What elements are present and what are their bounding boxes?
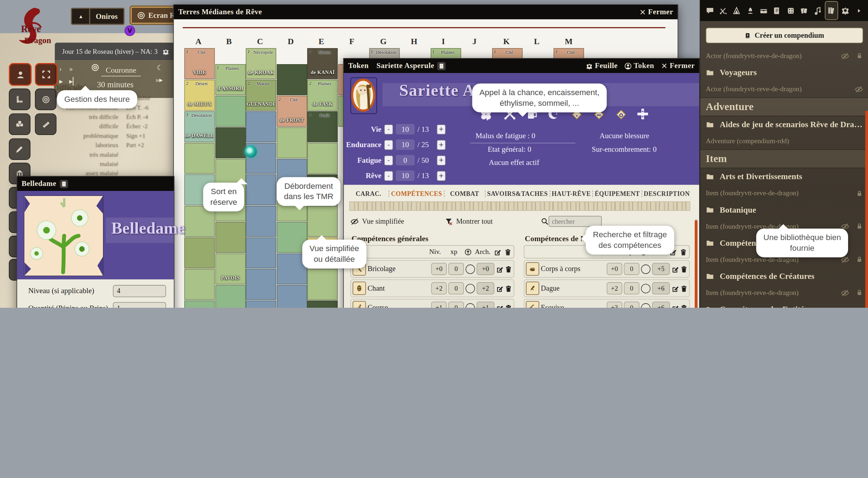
skill-niv[interactable]: +2 bbox=[607, 282, 622, 294]
skill-row-chant[interactable]: Chant+20+2 bbox=[350, 280, 514, 297]
tmr-cell[interactable]: 1Montsde KANAÏ bbox=[308, 48, 338, 79]
actor-window-titlebar[interactable]: Token Sariette Asperule FeuilleTokenFerm… bbox=[344, 59, 699, 73]
tab-savoirs-taches[interactable]: SAVOIRS&TACHES bbox=[485, 190, 550, 197]
folder-voyageurs[interactable]: Voyageurs bbox=[700, 64, 868, 81]
tmr-cell[interactable] bbox=[215, 127, 246, 158]
item-image[interactable] bbox=[24, 195, 104, 276]
tmr-cell[interactable]: 1CitéVIDE bbox=[184, 48, 215, 79]
archive-toggle[interactable] bbox=[641, 303, 650, 308]
tool-dice[interactable] bbox=[9, 113, 31, 135]
tmr-cell[interactable]: 3Désolationde DAWELL bbox=[184, 111, 215, 142]
stat-minus-button[interactable]: - bbox=[384, 124, 393, 134]
tmr-cell[interactable]: PAVOIS bbox=[215, 254, 246, 285]
actor-link-icon[interactable] bbox=[438, 62, 446, 70]
trash-icon[interactable] bbox=[680, 285, 687, 292]
sidebar-tab-items-chest[interactable] bbox=[758, 2, 770, 19]
wound-critical-icon[interactable] bbox=[614, 107, 628, 124]
edit-icon[interactable] bbox=[672, 285, 679, 292]
edit-icon[interactable] bbox=[672, 265, 679, 272]
tmr-cell[interactable] bbox=[308, 143, 338, 174]
sidebar-tab-cards[interactable] bbox=[798, 2, 810, 19]
tmr-cell[interactable] bbox=[277, 285, 307, 308]
tab-combat[interactable]: COMBAT bbox=[444, 190, 486, 197]
sidebar-tab-collapse-caret[interactable] bbox=[853, 2, 865, 19]
tmr-cell[interactable] bbox=[184, 269, 215, 300]
sheet-scrollbar[interactable] bbox=[695, 219, 698, 308]
tool-select-user[interactable] bbox=[9, 63, 32, 86]
sidebar-tab-rolltable-dice[interactable] bbox=[784, 2, 797, 19]
feuille-button[interactable]: Feuille bbox=[585, 61, 618, 70]
tmr-cell[interactable] bbox=[246, 111, 276, 142]
sidebar-tab-scenes[interactable] bbox=[730, 2, 743, 19]
skill-niv[interactable]: +2 bbox=[431, 282, 447, 294]
tool-measure[interactable] bbox=[35, 113, 57, 135]
skill-row-esquive[interactable]: Esquive+30+6 bbox=[524, 299, 690, 308]
stat-minus-button[interactable]: - bbox=[384, 171, 393, 181]
tab-comp-tences[interactable]: COMPÉTENCES bbox=[389, 190, 444, 197]
create-compendium-button[interactable]: Créer un compendium bbox=[706, 28, 863, 43]
token-button[interactable]: Token bbox=[624, 61, 654, 70]
tool-expand[interactable] bbox=[35, 63, 58, 86]
archive-toggle[interactable] bbox=[466, 284, 475, 293]
tmr-cell[interactable] bbox=[215, 285, 246, 308]
skill-niv[interactable]: +0 bbox=[607, 263, 622, 275]
sidebar-tab-swords[interactable] bbox=[717, 2, 729, 19]
skill-row-bricolage[interactable]: Bricolage+00+0 bbox=[350, 260, 514, 278]
stat-plus-button[interactable]: + bbox=[437, 171, 446, 181]
fermer-button[interactable]: Fermer bbox=[661, 61, 695, 70]
compendium-pack-row[interactable]: Actor (foundryvtt-reve-de-dragon) bbox=[700, 48, 868, 64]
tmr-cell[interactable] bbox=[246, 174, 276, 205]
trash-icon[interactable] bbox=[505, 304, 512, 308]
tmr-cell[interactable] bbox=[215, 96, 246, 127]
view-toggle[interactable]: Vue simplifiée bbox=[350, 217, 428, 226]
tool-target[interactable] bbox=[35, 89, 57, 110]
sidebar-tab-playlist-note[interactable] bbox=[811, 2, 824, 19]
oniros-button[interactable]: Oniros bbox=[89, 8, 124, 25]
tmr-cell[interactable]: 2Désertde MIEUX bbox=[184, 80, 215, 111]
tmr-cell[interactable] bbox=[215, 222, 246, 253]
advance-small-button[interactable]: › bbox=[59, 65, 62, 74]
archive-toggle[interactable] bbox=[466, 264, 475, 274]
moon-icon[interactable]: ☾ bbox=[157, 64, 163, 73]
show-all-toggle[interactable]: Montrer tout bbox=[445, 217, 528, 226]
archive-toggle[interactable] bbox=[641, 284, 650, 293]
compendium-pack-row[interactable]: Actor (foundryvtt-reve-de-dragon) bbox=[700, 81, 868, 98]
sidebar-tab-journal[interactable] bbox=[771, 2, 784, 19]
field-input[interactable]: 4 bbox=[113, 285, 166, 297]
folder-compétences-des-entités[interactable]: Compétences des Entités bbox=[700, 301, 868, 308]
tmr-cell[interactable] bbox=[246, 237, 276, 268]
sidebar-tab-settings-gear[interactable] bbox=[839, 2, 852, 19]
tab-description[interactable]: DESCRIPTION bbox=[642, 190, 692, 197]
stat-plus-button[interactable]: + bbox=[437, 140, 446, 150]
tmr-cell[interactable] bbox=[246, 206, 276, 237]
tmr-cell[interactable] bbox=[184, 301, 215, 308]
skill-niv[interactable]: +0 bbox=[431, 263, 447, 275]
stat-plus-button[interactable]: + bbox=[437, 155, 446, 165]
folder-arts-et-divertissements[interactable]: Arts et Divertissements bbox=[700, 168, 868, 185]
demi-reve-marker[interactable] bbox=[245, 146, 257, 158]
sidebar-scrollbar[interactable] bbox=[865, 111, 868, 308]
tool-ruler[interactable] bbox=[9, 89, 31, 110]
skill-niv[interactable]: +1 bbox=[431, 302, 447, 308]
stat-minus-button[interactable]: - bbox=[384, 140, 393, 150]
tmr-cell[interactable]: 3Forêt bbox=[308, 111, 338, 142]
edit-icon[interactable] bbox=[496, 304, 503, 308]
edit-icon[interactable] bbox=[496, 265, 503, 272]
tmr-cell[interactable] bbox=[184, 143, 215, 174]
skill-niv[interactable]: +3 bbox=[607, 302, 622, 308]
calendar-settings-gear-icon[interactable] bbox=[162, 48, 169, 55]
archive-toggle[interactable] bbox=[466, 303, 475, 308]
tmr-cell[interactable] bbox=[246, 269, 276, 300]
skill-xp[interactable]: 0 bbox=[624, 282, 640, 294]
skill-xp[interactable]: 0 bbox=[624, 263, 640, 275]
collapse-nav-button[interactable]: ▲ bbox=[71, 8, 91, 25]
field-input[interactable]: 1 bbox=[113, 302, 166, 308]
tmr-cell[interactable]: 2Plainesde FASK bbox=[308, 80, 338, 111]
sidebar-tab-actors[interactable] bbox=[744, 2, 756, 19]
encumbrance-icon[interactable] bbox=[636, 107, 649, 123]
compendium-pack-row[interactable]: Item (foundryvtt-reve-de-dragon) bbox=[700, 185, 868, 202]
tmr-cell[interactable] bbox=[246, 301, 276, 308]
compendium-pack-row[interactable]: Item (foundryvtt-reve-de-dragon) bbox=[700, 285, 868, 301]
tmr-cell[interactable] bbox=[184, 237, 215, 268]
stat-plus-button[interactable]: + bbox=[437, 124, 446, 134]
